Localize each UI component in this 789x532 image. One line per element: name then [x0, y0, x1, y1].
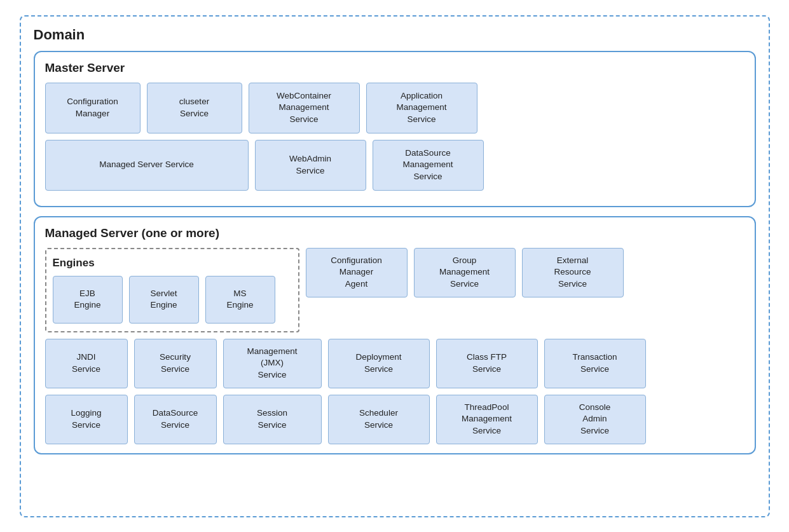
managed-server-box: Managed Server (one or more) Engines EJB…: [34, 216, 756, 454]
app-management-box: ApplicationManagementService: [366, 83, 477, 133]
logging-service-box: LoggingService: [45, 395, 128, 444]
managed-server-label: Managed Server (one or more): [45, 226, 744, 240]
master-server-label: Master Server: [45, 61, 744, 75]
domain-label: Domain: [34, 27, 756, 43]
threadpool-management-box: ThreadPoolManagementService: [436, 395, 538, 444]
webcontainer-box: WebContainerManagementService: [249, 83, 360, 133]
cluster-service-box: cluseterService: [147, 83, 242, 133]
console-admin-box: ConsoleAdminService: [544, 395, 646, 444]
config-manager-agent-box: ConfigurationManagerAgent: [306, 248, 408, 297]
deployment-service-box: DeploymentService: [328, 339, 430, 388]
jndi-service-box: JNDIService: [45, 339, 128, 388]
master-server-row2: Managed Server Service WebAdminService D…: [45, 140, 744, 191]
config-manager-box: ConfigurationManager: [45, 83, 141, 133]
ejb-engine-box: EJBEngine: [53, 276, 123, 324]
domain-container: Domain Master Server ConfigurationManage…: [20, 15, 770, 517]
master-server-row1: ConfigurationManager cluseterService Web…: [45, 83, 744, 133]
master-server-box: Master Server ConfigurationManager cluse…: [34, 51, 756, 207]
external-resource-box: ExternalResourceService: [522, 248, 624, 297]
webadmin-box: WebAdminService: [255, 140, 366, 191]
datasource-management-box: DataSourceManagementService: [373, 140, 484, 191]
engines-row: EJBEngine ServletEngine MSEngine: [53, 276, 292, 324]
transaction-service-box: TransactionService: [544, 339, 646, 388]
management-jmx-box: Management(JMX)Service: [223, 339, 322, 388]
scheduler-service-box: SchedulerService: [328, 395, 430, 444]
group-management-box: GroupManagementService: [414, 248, 516, 297]
managed-server-service-box: Managed Server Service: [45, 140, 249, 191]
session-service-box: SessionService: [223, 395, 322, 444]
datasource-service-box: DataSourceService: [134, 395, 217, 444]
security-service-box: SecurityService: [134, 339, 217, 388]
ms-engine-box: MSEngine: [205, 276, 275, 324]
engines-label: Engines: [53, 257, 292, 269]
engines-box: Engines EJBEngine ServletEngine MSEngine: [45, 248, 299, 332]
servlet-engine-box: ServletEngine: [129, 276, 199, 324]
class-ftp-box: Class FTPService: [436, 339, 538, 388]
